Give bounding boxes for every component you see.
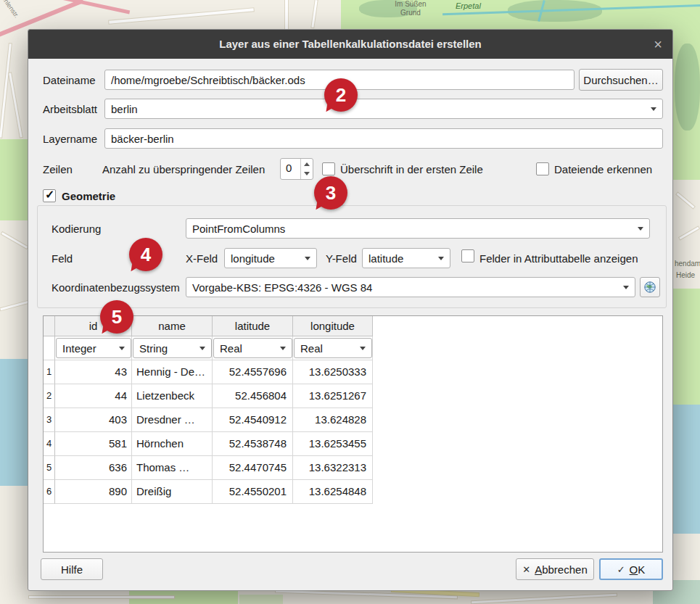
cell-name[interactable]: Dresdner … bbox=[132, 408, 213, 432]
preview-table: id name latitude longitude Integer Strin… bbox=[43, 315, 663, 553]
dialog-title: Layer aus einer Tabellenkalkulationsdate… bbox=[219, 38, 482, 50]
x-field-select[interactable]: longitude bbox=[224, 248, 317, 268]
table-row[interactable]: 1 43 Hennig - De… 52.4557696 13.6250333 bbox=[44, 360, 373, 384]
cell-latitude[interactable]: 52.4540912 bbox=[213, 408, 293, 432]
cell-longitude[interactable]: 13.624828 bbox=[293, 408, 373, 432]
cell-name[interactable]: Dreißig bbox=[132, 480, 213, 504]
cell-name[interactable]: Lietzenbeck bbox=[132, 384, 213, 408]
cancel-button[interactable]: ✕ Abbrechen bbox=[516, 558, 594, 580]
table-row[interactable]: 2 44 Lietzenbeck 52.456804 13.6251267 bbox=[44, 384, 373, 408]
cell-name[interactable]: Hörnchen bbox=[132, 432, 213, 456]
map-road bbox=[311, 0, 317, 28]
table-row[interactable]: 4 581 Hörnchen 52.4538748 13.6253455 bbox=[44, 432, 373, 456]
type-select-id[interactable]: Integer bbox=[56, 338, 131, 358]
header-first-row-checkbox[interactable] bbox=[322, 162, 335, 175]
cell-latitude[interactable]: 52.4538748 bbox=[213, 432, 293, 456]
stepper-buttons[interactable] bbox=[300, 159, 313, 179]
cell-latitude[interactable]: 52.456804 bbox=[213, 384, 293, 408]
cell-longitude[interactable]: 13.6254848 bbox=[293, 480, 373, 504]
chevron-down-icon bbox=[638, 227, 643, 231]
type-select-longitude-value: Real bbox=[300, 342, 323, 355]
type-select-latitude[interactable]: Real bbox=[213, 338, 292, 358]
cell-id[interactable]: 636 bbox=[55, 456, 132, 480]
badge-number: 2 bbox=[336, 84, 346, 107]
cell-longitude[interactable]: 13.6253455 bbox=[293, 432, 373, 456]
badge-number: 3 bbox=[326, 182, 336, 204]
cell-longitude[interactable]: 13.6322313 bbox=[293, 456, 373, 480]
worksheet-label: Arbeitsblatt bbox=[43, 103, 97, 115]
map-label: Erpetal bbox=[456, 1, 481, 11]
cancel-x-icon: ✕ bbox=[522, 564, 530, 575]
stepper-up-icon[interactable] bbox=[304, 162, 310, 166]
cancel-accel: A bbox=[535, 563, 542, 576]
table-row[interactable]: 6 890 Dreißig 52.4550201 13.6254848 bbox=[44, 480, 373, 504]
stepper-down-icon[interactable] bbox=[304, 172, 310, 175]
detect-eof-checkbox[interactable] bbox=[536, 162, 549, 175]
cell-id[interactable]: 403 bbox=[55, 408, 132, 432]
map-road bbox=[1, 232, 28, 249]
type-select-name[interactable]: String bbox=[133, 338, 212, 358]
cell-latitude[interactable]: 52.4557696 bbox=[213, 360, 293, 384]
browse-button[interactable]: Durchsuchen… bbox=[579, 69, 663, 91]
x-field-value: longitude bbox=[231, 252, 275, 265]
table-row[interactable]: 3 403 Dresdner … 52.4540912 13.624828 bbox=[44, 408, 373, 432]
cell-latitude[interactable]: 52.4550201 bbox=[213, 480, 293, 504]
ok-button[interactable]: ✓ OK bbox=[599, 558, 663, 580]
map-label: Heide bbox=[676, 271, 695, 280]
ok-accel: O bbox=[630, 563, 638, 576]
type-select-name-value: String bbox=[139, 342, 168, 355]
map-road bbox=[9, 73, 22, 137]
detect-eof-label: Dateiende erkennen bbox=[554, 163, 652, 175]
encoding-label: Kodierung bbox=[52, 223, 101, 235]
row-number: 1 bbox=[44, 360, 55, 384]
cell-latitude[interactable]: 52.4470745 bbox=[213, 456, 293, 480]
column-header-name[interactable]: name bbox=[132, 316, 213, 336]
cell-name[interactable]: Thomas … bbox=[132, 456, 213, 480]
badge-number: 4 bbox=[141, 244, 151, 266]
rows-label: Zeilen bbox=[43, 163, 73, 175]
close-icon[interactable]: × bbox=[654, 30, 662, 59]
geometry-checkbox[interactable] bbox=[43, 189, 56, 202]
cell-id[interactable]: 581 bbox=[55, 432, 132, 456]
ok-button-label: OK bbox=[630, 563, 646, 576]
type-select-id-value: Integer bbox=[62, 342, 96, 355]
table-corner-cell bbox=[44, 316, 55, 336]
cell-id[interactable]: 43 bbox=[55, 360, 132, 384]
help-button[interactable]: Hilfe bbox=[41, 558, 103, 580]
map-green-area bbox=[670, 289, 700, 405]
field-label: Feld bbox=[52, 252, 73, 265]
map-label: Uhlenstr. bbox=[0, 0, 20, 20]
skip-rows-label: Anzahl zu überspringender Zeilen bbox=[102, 163, 265, 175]
map-label: Im Süßen Grund bbox=[388, 0, 433, 17]
dialog-titlebar[interactable]: Layer aus einer Tabellenkalkulationsdate… bbox=[28, 30, 672, 59]
map-road bbox=[0, 44, 12, 138]
skip-rows-stepper[interactable]: 0 bbox=[280, 158, 313, 180]
crs-picker-button[interactable] bbox=[640, 277, 660, 297]
worksheet-select[interactable]: berlin bbox=[104, 99, 663, 119]
skip-rows-value: 0 bbox=[286, 162, 292, 174]
cancel-rest: bbrechen bbox=[542, 563, 588, 576]
row-number: 4 bbox=[44, 432, 55, 456]
ok-check-icon: ✓ bbox=[617, 564, 625, 575]
help-button-label: Hilfe bbox=[61, 563, 83, 576]
column-header-latitude[interactable]: latitude bbox=[213, 316, 293, 336]
chevron-down-icon bbox=[119, 347, 125, 350]
annotation-badge-4: 4 bbox=[129, 238, 162, 271]
column-header-longitude[interactable]: longitude bbox=[293, 316, 373, 336]
row-number: 2 bbox=[44, 384, 55, 408]
cell-id[interactable]: 890 bbox=[55, 480, 132, 504]
show-fields-checkbox[interactable] bbox=[461, 249, 474, 262]
y-field-select[interactable]: latitude bbox=[362, 248, 450, 268]
cell-longitude[interactable]: 13.6251267 bbox=[293, 384, 373, 408]
map-label: hendam bbox=[675, 260, 700, 268]
cell-id[interactable]: 44 bbox=[55, 384, 132, 408]
encoding-select[interactable]: PointFromColumns bbox=[186, 218, 650, 239]
layername-input[interactable] bbox=[104, 128, 663, 149]
table-row[interactable]: 5 636 Thomas … 52.4470745 13.6322313 bbox=[44, 456, 373, 480]
map-road bbox=[677, 193, 695, 209]
type-select-longitude[interactable]: Real bbox=[294, 338, 372, 358]
cell-longitude[interactable]: 13.6250333 bbox=[293, 360, 373, 384]
cell-name[interactable]: Hennig - De… bbox=[132, 360, 213, 384]
crs-select[interactable]: Vorgabe-KBS: EPSG:4326 - WGS 84 bbox=[186, 277, 635, 297]
worksheet-value: berlin bbox=[111, 103, 138, 115]
